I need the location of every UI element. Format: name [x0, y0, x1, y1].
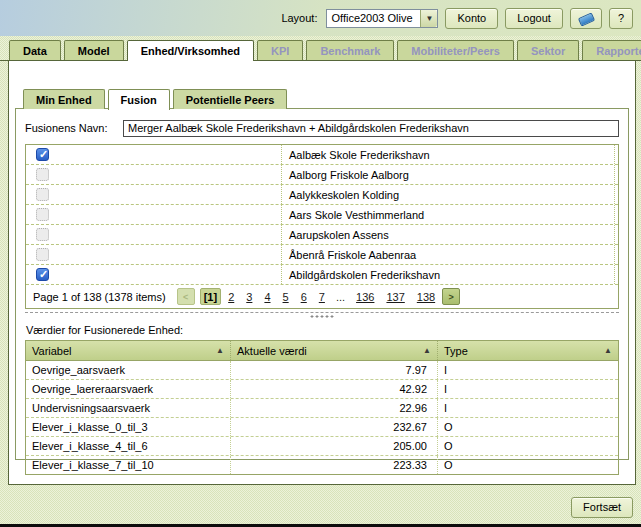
- value-cell: 42.92: [231, 380, 438, 398]
- school-row: Aalborg Friskole Aalborg: [26, 165, 618, 185]
- app-window: Layout: Office2003 Olive ▼ Konto Logout …: [0, 0, 641, 527]
- page-link-4[interactable]: 4: [262, 291, 272, 303]
- school-row: Abildgårdskolen Frederikshavn: [26, 265, 618, 285]
- type-cell: I: [438, 399, 618, 417]
- school-checkbox-cell: [26, 268, 281, 281]
- type-cell: O: [438, 418, 618, 436]
- column-header-label: Aktuelle værdi: [237, 345, 307, 357]
- layout-select[interactable]: Office2003 Olive ▼: [326, 9, 438, 28]
- fusion-panel: Fusionens Navn: Aalbæk Skole Frederiksha…: [15, 108, 629, 460]
- checkbox-unchecked-icon[interactable]: [36, 168, 49, 181]
- school-checkbox-cell: [26, 248, 281, 261]
- sort-asc-icon: ▲: [423, 346, 431, 355]
- column-header-variabel[interactable]: Variabel▲: [26, 341, 231, 360]
- checkbox-checked-icon[interactable]: [36, 268, 49, 281]
- checkbox-unchecked-icon[interactable]: [36, 208, 49, 221]
- tab-enhed-virksomhed[interactable]: Enhed/Virksomhed: [127, 40, 254, 61]
- school-name: Aalykkeskolen Kolding: [281, 185, 615, 204]
- school-checkbox-cell: [26, 208, 281, 221]
- type-cell: I: [438, 380, 618, 398]
- page-links: 234567...136137138: [226, 291, 437, 303]
- brush-button[interactable]: [570, 8, 602, 29]
- variable-name-cell: Oevrige_laereraarsvaerk: [26, 380, 231, 398]
- page-link-137[interactable]: 137: [384, 291, 406, 303]
- column-header-type[interactable]: Type▲: [438, 341, 618, 360]
- school-checkbox-cell: [26, 188, 281, 201]
- checkbox-unchecked-icon[interactable]: [36, 228, 49, 241]
- top-bar: Layout: Office2003 Olive ▼ Konto Logout …: [0, 0, 641, 36]
- type-cell: I: [438, 361, 618, 379]
- page-link-5[interactable]: 5: [281, 291, 291, 303]
- school-checkbox-cell: [26, 148, 281, 161]
- subtab-min-enhed[interactable]: Min Enhed: [23, 89, 105, 109]
- sort-asc-icon: ▲: [604, 346, 612, 355]
- pagination-bar: Page 1 of 138 (1378 items) < [1] 234567.…: [26, 285, 618, 308]
- tab-mobiliteter-peers: Mobiliteter/Peers: [397, 40, 514, 60]
- subtab-fusion[interactable]: Fusion: [108, 89, 170, 110]
- main-tab-panel: Min EnhedFusionPotentielle Peers Fusione…: [8, 61, 636, 485]
- tab-benchmark: Benchmark: [306, 40, 394, 60]
- continue-button[interactable]: Fortsæt: [571, 497, 633, 518]
- school-row: Aalbæk Skole Frederikshavn: [26, 145, 618, 165]
- value-cell: 232.67: [231, 418, 438, 436]
- chevron-down-icon[interactable]: ▼: [420, 10, 437, 27]
- values-table-header: Variabel▲Aktuelle værdi▲Type▲: [26, 341, 618, 361]
- table-row: Elever_i_klasse_0_til_3232.67O: [26, 418, 618, 437]
- logout-button[interactable]: Logout: [505, 8, 563, 29]
- prev-page-button[interactable]: <: [177, 288, 195, 305]
- tab-data[interactable]: Data: [9, 40, 61, 60]
- page-link-3[interactable]: 3: [244, 291, 254, 303]
- value-cell: 205.00: [231, 437, 438, 455]
- school-list: Aalbæk Skole FrederikshavnAalborg Frisko…: [26, 145, 618, 285]
- checkbox-unchecked-icon[interactable]: [36, 188, 49, 201]
- school-name: Aarupskolen Assens: [281, 225, 615, 244]
- school-row: Aars Skole Vesthimmerland: [26, 205, 618, 225]
- help-button[interactable]: ?: [609, 8, 633, 29]
- pagination-summary: Page 1 of 138 (1378 items): [33, 291, 166, 303]
- values-table: Variabel▲Aktuelle værdi▲Type▲ Oevrige_aa…: [25, 340, 619, 475]
- type-cell: O: [438, 437, 618, 455]
- page-ellipsis: ...: [335, 291, 346, 303]
- school-list-box: Aalbæk Skole FrederikshavnAalborg Frisko…: [25, 144, 619, 309]
- value-cell: 7.97: [231, 361, 438, 379]
- table-row: Oevrige_aarsvaerk7.97I: [26, 361, 618, 380]
- tab-model[interactable]: Model: [64, 40, 124, 60]
- checkbox-unchecked-icon[interactable]: [36, 248, 49, 261]
- page-link-136[interactable]: 136: [354, 291, 376, 303]
- tab-sektor: Sektor: [517, 40, 579, 60]
- fusion-name-input[interactable]: [123, 120, 619, 137]
- subtab-potentielle-peers[interactable]: Potentielle Peers: [173, 89, 288, 109]
- school-row: Åbenrå Friskole Aabenraa: [26, 245, 618, 265]
- page-link-7[interactable]: 7: [317, 291, 327, 303]
- fusion-name-label: Fusionens Navn:: [25, 122, 115, 134]
- school-name: Abildgårdskolen Frederikshavn: [281, 265, 615, 284]
- values-title: Værdier for Fusionerede Enhed:: [26, 324, 619, 336]
- konto-button[interactable]: Konto: [445, 8, 498, 29]
- page-link-2[interactable]: 2: [226, 291, 236, 303]
- column-header-label: Type: [444, 345, 468, 357]
- variable-name-cell: Elever_i_klasse_4_til_6: [26, 437, 231, 455]
- table-row: Undervisningsaarsvaerk22.96I: [26, 399, 618, 418]
- school-name: Aalbæk Skole Frederikshavn: [281, 145, 615, 164]
- school-name: Åbenrå Friskole Aabenraa: [281, 245, 615, 264]
- school-name: Aars Skole Vesthimmerland: [281, 205, 615, 224]
- column-header-aktuelle-v-rdi[interactable]: Aktuelle værdi▲: [231, 341, 438, 360]
- variable-name-cell: Elever_i_klasse_7_til_10: [26, 456, 231, 474]
- table-row: Elever_i_klasse_4_til_6205.00O: [26, 437, 618, 456]
- value-cell: 22.96: [231, 399, 438, 417]
- variable-name-cell: Undervisningsaarsvaerk: [26, 399, 231, 417]
- page-link-6[interactable]: 6: [299, 291, 309, 303]
- checkbox-checked-icon[interactable]: [36, 148, 49, 161]
- brush-icon: [578, 12, 594, 25]
- type-cell: O: [438, 456, 618, 474]
- variable-name-cell: Elever_i_klasse_0_til_3: [26, 418, 231, 436]
- panel-splitter[interactable]: [25, 312, 619, 322]
- table-row: Elever_i_klasse_7_til_10223.33O: [26, 456, 618, 474]
- fusion-name-row: Fusionens Navn:: [25, 119, 619, 137]
- tab-rapporter: Rapporter: [582, 40, 641, 60]
- next-page-button[interactable]: >: [442, 288, 460, 305]
- variable-name-cell: Oevrige_aarsvaerk: [26, 361, 231, 379]
- tab-kpi: KPI: [257, 40, 303, 60]
- values-table-body: Oevrige_aarsvaerk7.97IOevrige_laereraars…: [26, 361, 618, 474]
- page-link-138[interactable]: 138: [415, 291, 437, 303]
